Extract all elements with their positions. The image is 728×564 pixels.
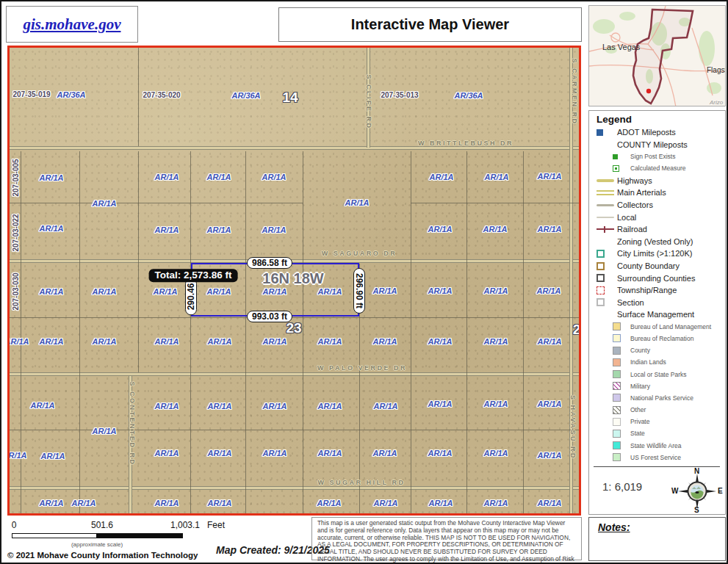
legend-item: County Boundary: [589, 260, 725, 272]
zoning-label: AR/1A: [92, 427, 116, 435]
legend-item-label: Sign Post Exists: [630, 153, 675, 160]
grid-line: [138, 151, 139, 372]
zoning-label: AR/1A: [317, 288, 342, 296]
legend-symbol-fill: [613, 441, 630, 449]
copyright-text: © 2021 Mohave County Information Technol…: [7, 551, 198, 560]
legend-item: Main Arterials: [589, 187, 725, 199]
legend-symbol-fill: [613, 418, 630, 426]
zoning-label: AR/1A: [7, 338, 29, 346]
zoning-label: AR/1A: [483, 287, 508, 295]
legend-symbol-fill: [613, 453, 630, 461]
zoning-label: AR/1A: [154, 338, 179, 346]
legend-item: Railroad: [589, 223, 725, 236]
legend-item: Highways: [589, 175, 725, 187]
map-viewport[interactable]: 986.58 ft 993.03 ft 290.46 296.90 ft 16N…: [7, 46, 581, 516]
zoning-label: AR/1A: [372, 287, 397, 295]
legend-item: City Limits (>1:120K): [589, 247, 725, 260]
legend-item: Surface Management: [589, 308, 725, 321]
zoning-label: AR/1A: [207, 499, 231, 507]
legend-item-label: Surface Management: [617, 310, 694, 319]
legend-item-label: Calculated Measure: [630, 164, 686, 172]
legend-symbol-rail: [597, 226, 617, 233]
site-link[interactable]: gis.mohave.gov: [24, 15, 121, 34]
zoning-label: AR/36A: [454, 92, 483, 100]
legend-symbol-box: [597, 262, 617, 270]
legend-symbol-dline: [597, 190, 617, 195]
legend-item: Township/Range: [589, 284, 725, 297]
parcel-id-label: 207-35-020: [143, 92, 180, 99]
legend-item: State: [589, 427, 725, 439]
measure-right-label: 296.90 ft: [353, 268, 365, 314]
road-name-label: W SUGAR HILL RD: [318, 480, 406, 486]
scalebar-zero: 0: [12, 520, 17, 530]
legend-item: COUNTY Mileposts: [589, 139, 725, 151]
legend-item-label: Surrounding Counties: [617, 274, 695, 283]
zoning-label: AR/1A: [428, 225, 452, 234]
zoning-label: AR/1A: [428, 287, 452, 295]
legend-symbol-fill: [613, 334, 630, 342]
zoning-label: AR/1A: [428, 449, 452, 458]
legend-item-label: Collectors: [617, 200, 653, 209]
zoning-label: AR/1A: [373, 402, 397, 411]
legend-item: Sign Post Exists: [589, 151, 725, 162]
grid-line: [411, 203, 579, 203]
legend-symbol-fill: [613, 370, 630, 378]
legend-item: Local or State Parks: [589, 368, 725, 380]
legend-item-label: County Boundary: [617, 261, 680, 270]
legend-symbol-square-dot: [613, 165, 630, 172]
legend-item: Private: [589, 416, 725, 427]
legend-item: US Forest Service: [589, 452, 725, 463]
section-number-label: 23: [286, 321, 301, 335]
measure-left-label: 290.46: [185, 278, 197, 316]
legend-symbol-square-sm: [613, 154, 630, 159]
legend-item-label: Main Arterials: [617, 188, 666, 197]
zoning-label: AR/1A: [372, 338, 397, 346]
map-scale-ratio: 1: 6,019: [602, 480, 642, 493]
zoning-label: AR/1A: [207, 402, 231, 411]
road-name-label: W SAGUARO DR: [322, 250, 397, 257]
measure-total-tooltip: Total: 2,573.86 ft: [149, 269, 238, 282]
legend-item: State Wildlife Area: [589, 440, 725, 452]
zoning-label: AR/36A: [231, 92, 260, 100]
zoning-label: AR/1A: [537, 452, 561, 460]
zoning-label: AR/1A: [154, 173, 179, 181]
legend-item: Local: [589, 211, 725, 223]
zoning-label: AR/1A: [345, 199, 369, 207]
legend-symbol-box-dash: [597, 286, 617, 294]
legend-item-label: COUNTY Mileposts: [617, 140, 688, 149]
zoning-label: AR/36A: [57, 91, 85, 99]
legend-symbol-box: [597, 274, 617, 282]
grid-line: [10, 203, 303, 203]
legend-items: ADOT MilepostsCOUNTY MilepostsSign Post …: [589, 126, 725, 463]
road-palo-verde: [10, 372, 579, 376]
zoning-label: AR/1A: [154, 402, 179, 411]
legend-item: Military: [589, 380, 725, 392]
legend-item: Bureau of Reclamation: [589, 333, 725, 344]
section-number-label: 14: [282, 90, 298, 104]
legend-item-label: Other: [630, 406, 646, 413]
legend-item-label: Local or State Parks: [630, 371, 687, 378]
legend-item-label: City Limits (>1:120K): [617, 249, 692, 258]
section-number-label: 2: [573, 322, 581, 336]
page-title: Interactive Map Viewer: [351, 16, 509, 33]
road-name-label: S CARMEN RD: [571, 58, 577, 125]
zoning-label: AR/1A: [30, 402, 54, 410]
road-name-label: W PALO VERDE DR: [317, 365, 407, 372]
zoning-label: AR/1A: [317, 499, 341, 507]
legend-item-label: State: [630, 430, 645, 437]
grid-line: [466, 151, 467, 513]
compass-west-label: W: [671, 487, 678, 495]
locator-city-label: Las Vegas: [602, 43, 640, 51]
road-brittlebush: [10, 146, 579, 150]
zoning-label: AR/1A: [537, 338, 561, 346]
zoning-label: AR/1A: [154, 499, 179, 507]
legend-item: ADOT Mileposts: [589, 126, 725, 139]
zoning-label: AR/1A: [483, 225, 507, 234]
legend-item-label: Zoning (Vested Only): [617, 237, 693, 246]
measure-top-label: 986.58 ft: [247, 257, 292, 269]
zoning-label: AR/1A: [206, 173, 231, 181]
legend-item: Bureau of Land Management: [589, 321, 725, 333]
legend-item: National Parks Service: [589, 392, 725, 404]
zoning-label: AR/1A: [372, 449, 397, 458]
legend-symbol-fill: [613, 394, 630, 402]
